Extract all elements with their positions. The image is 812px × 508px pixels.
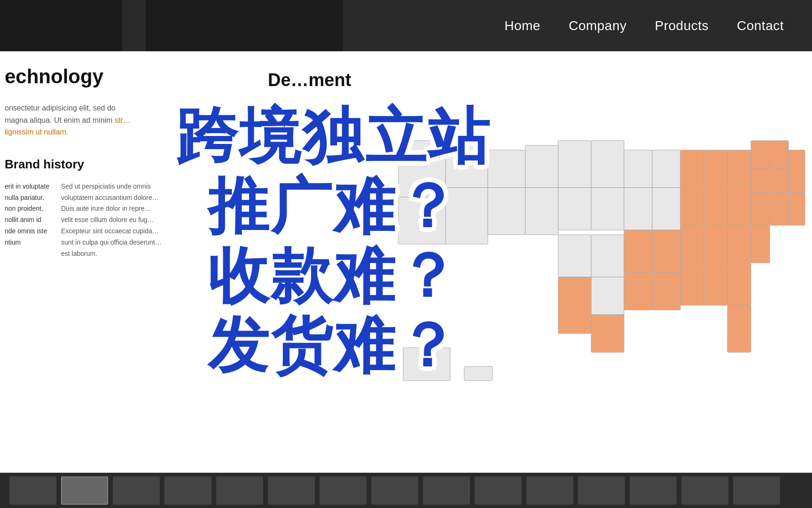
svg-rect-42: [704, 268, 727, 305]
svg-rect-36: [727, 225, 751, 268]
svg-rect-37: [751, 225, 770, 263]
thumbnail-13[interactable]: [630, 476, 677, 505]
svg-rect-28: [770, 192, 789, 225]
svg-rect-12: [558, 188, 591, 230]
thumbnail-1[interactable]: [9, 476, 56, 505]
thumbnail-4[interactable]: [164, 476, 211, 505]
svg-rect-29: [789, 192, 805, 225]
header-image-mid: [146, 0, 343, 51]
nav-products[interactable]: Products: [655, 18, 709, 33]
svg-rect-27: [751, 192, 770, 225]
svg-rect-23: [789, 150, 805, 192]
svg-rect-32: [624, 230, 652, 272]
svg-rect-18: [727, 150, 751, 185]
thumbnail-6[interactable]: [268, 476, 315, 505]
center-heading: De…ment: [268, 70, 351, 90]
svg-rect-39: [624, 272, 652, 310]
thumbnail-15[interactable]: [733, 476, 780, 505]
svg-rect-35: [704, 225, 727, 268]
svg-rect-25: [704, 188, 727, 225]
highlight-text: str…: [115, 116, 131, 124]
svg-rect-3: [525, 145, 558, 188]
svg-rect-16: [680, 150, 704, 188]
chinese-text-block: 跨境独立站 推广难？ 收款难？ 发货难？: [146, 103, 522, 379]
thumbnail-9[interactable]: [423, 476, 470, 505]
header: Home Company Products Contact: [0, 0, 812, 51]
svg-rect-15: [652, 188, 680, 230]
chinese-line-2: 推广难？: [146, 173, 522, 240]
bottom-thumbnail-bar: [0, 473, 812, 508]
header-image-left: [0, 0, 122, 51]
svg-rect-34: [680, 225, 704, 268]
svg-rect-20: [770, 141, 789, 169]
navigation: Home Company Products Contact: [504, 18, 784, 33]
svg-rect-44: [558, 277, 591, 333]
svg-rect-11: [652, 150, 680, 188]
main-content: echnology onsectetur adipisicing elit, s…: [0, 51, 812, 508]
nav-home[interactable]: Home: [504, 18, 540, 33]
svg-rect-22: [770, 169, 789, 192]
brand-history-left-col: erit in voluptate nulla pariatur. non pr…: [5, 181, 52, 260]
thumbnail-7[interactable]: [320, 476, 367, 505]
nav-company[interactable]: Company: [569, 18, 626, 33]
svg-rect-30: [558, 235, 591, 277]
chinese-line-4: 发货难？: [146, 312, 522, 379]
thumbnail-3[interactable]: [113, 476, 160, 505]
thumbnail-12[interactable]: [578, 476, 625, 505]
thumbnail-14[interactable]: [681, 476, 728, 505]
svg-rect-31: [591, 235, 624, 277]
svg-rect-41: [680, 268, 704, 305]
chinese-line-1: 跨境独立站: [146, 103, 522, 170]
svg-rect-24: [680, 188, 704, 225]
svg-rect-19: [751, 141, 770, 169]
svg-rect-8: [558, 141, 591, 188]
thumbnail-2[interactable]: [61, 476, 108, 505]
svg-rect-13: [591, 188, 624, 230]
svg-rect-40: [652, 272, 680, 310]
page-title: echnology: [0, 65, 179, 88]
svg-rect-17: [704, 150, 727, 188]
svg-rect-46: [727, 305, 751, 352]
svg-rect-14: [624, 188, 652, 230]
thumbnail-8[interactable]: [371, 476, 418, 505]
thumbnail-10[interactable]: [475, 476, 522, 505]
svg-rect-43: [727, 268, 751, 305]
svg-rect-21: [751, 169, 770, 192]
colored-text: lignissim ut nullam.: [5, 128, 68, 136]
chinese-overlay: 跨境独立站 推广难？ 收款难？ 发货难？: [146, 103, 522, 379]
thumbnail-5[interactable]: [216, 476, 263, 505]
chinese-line-3: 收款难？: [146, 242, 522, 310]
svg-rect-26: [727, 185, 751, 225]
svg-rect-38: [591, 277, 624, 315]
thumbnail-11[interactable]: [526, 476, 573, 505]
svg-rect-9: [591, 141, 624, 188]
svg-rect-10: [624, 150, 652, 188]
svg-rect-7: [525, 188, 558, 235]
nav-contact[interactable]: Contact: [737, 18, 784, 33]
svg-rect-45: [591, 315, 624, 352]
svg-rect-33: [652, 230, 680, 272]
